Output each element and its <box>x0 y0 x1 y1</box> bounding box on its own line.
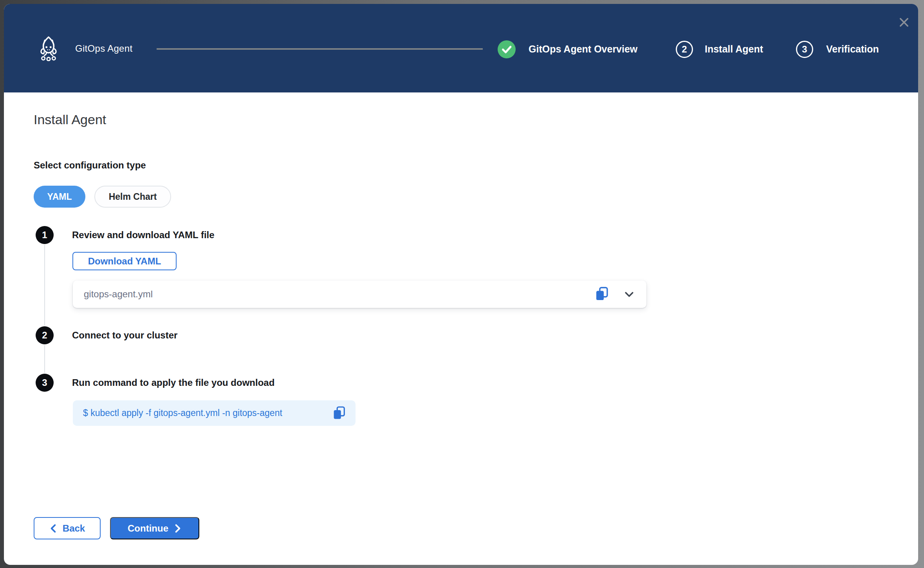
step1-heading: Review and download YAML file <box>72 228 215 242</box>
wizard-brand-title: GitOps Agent <box>75 43 132 54</box>
back-button[interactable]: Back <box>34 517 101 539</box>
chevron-down-icon <box>623 288 635 300</box>
kubectl-command-box: $ kubectl apply -f gitops-agent.yml -n g… <box>73 400 356 426</box>
page-title: Install Agent <box>34 112 106 127</box>
check-icon <box>498 40 516 58</box>
continue-button-label: Continue <box>128 523 168 534</box>
yaml-file-name: gitops-agent.yml <box>84 289 595 300</box>
stepper-step2-number[interactable]: 2 <box>676 41 693 58</box>
step2-heading: Connect to your cluster <box>72 329 177 342</box>
wizard-header: GitOps Agent GitOps Agent Overview 2 Ins… <box>4 4 918 92</box>
header-divider-line <box>157 48 483 50</box>
back-button-label: Back <box>63 523 85 534</box>
stepper-step1-complete-badge[interactable] <box>498 40 516 58</box>
chevron-right-icon <box>174 524 182 533</box>
copy-icon <box>595 287 608 302</box>
stepper-step3-label[interactable]: Verification <box>826 43 879 55</box>
step1-number-badge: 1 <box>36 226 54 244</box>
copy-command-button[interactable] <box>332 405 346 421</box>
config-option-helm-chart[interactable]: Helm Chart <box>94 186 171 208</box>
config-type-label: Select configuration type <box>34 160 146 171</box>
stepper-step1-label[interactable]: GitOps Agent Overview <box>529 43 637 55</box>
chevron-left-icon <box>49 524 57 533</box>
download-yaml-button[interactable]: Download YAML <box>72 252 177 270</box>
stepper-step3-number[interactable]: 3 <box>796 41 813 58</box>
copy-icon <box>333 406 345 421</box>
expand-yaml-button[interactable] <box>622 286 636 302</box>
continue-button[interactable]: Continue <box>110 517 199 539</box>
config-option-yaml[interactable]: YAML <box>34 186 85 208</box>
step-connector <box>44 245 45 326</box>
step2-number-badge: 2 <box>36 326 54 344</box>
step-connector <box>44 345 45 373</box>
yaml-file-accordion[interactable]: gitops-agent.yml <box>73 280 646 308</box>
kubectl-command-text: $ kubectl apply -f gitops-agent.yml -n g… <box>83 408 332 418</box>
step3-number-badge: 3 <box>36 374 54 392</box>
stepper-step2-label[interactable]: Install Agent <box>705 43 763 55</box>
step3-heading: Run command to apply the file you downlo… <box>72 376 274 389</box>
gitops-agent-logo-icon <box>38 36 60 61</box>
close-icon[interactable] <box>897 16 911 29</box>
copy-yaml-button[interactable] <box>595 286 609 302</box>
install-agent-dialog: GitOps Agent GitOps Agent Overview 2 Ins… <box>4 4 918 565</box>
